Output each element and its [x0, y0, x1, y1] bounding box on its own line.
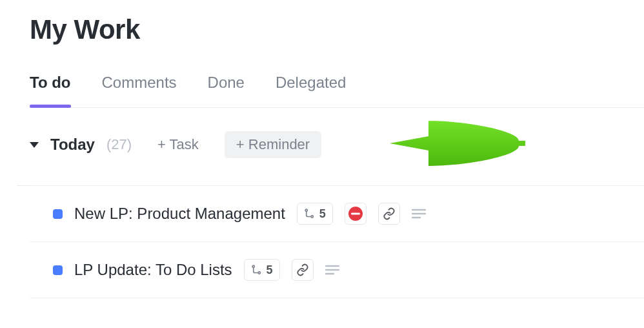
- subtask-icon: [251, 264, 263, 276]
- add-reminder-button[interactable]: + Reminder: [225, 131, 321, 158]
- tab-comments[interactable]: Comments: [102, 74, 177, 107]
- subtask-count-badge[interactable]: 5: [244, 259, 280, 281]
- task-status-icon[interactable]: [53, 209, 63, 219]
- section-count: (27): [106, 136, 132, 153]
- blocked-icon: [348, 207, 363, 221]
- svg-point-6: [258, 272, 260, 274]
- tab-done[interactable]: Done: [208, 74, 245, 107]
- add-task-button[interactable]: + Task: [146, 131, 210, 158]
- tabs-bar: To do Comments Done Delegated: [30, 74, 644, 108]
- callout-arrow-icon: [390, 114, 532, 175]
- subtask-count: 5: [267, 263, 273, 277]
- link-icon: [296, 263, 309, 276]
- description-icon: [325, 265, 339, 275]
- subtask-icon: [304, 208, 316, 220]
- tab-delegated[interactable]: Delegated: [276, 74, 346, 107]
- subtask-count: 5: [319, 207, 326, 221]
- blocked-badge[interactable]: [345, 203, 367, 225]
- page-title: My Work: [30, 14, 644, 45]
- collapse-caret-icon[interactable]: [30, 142, 39, 148]
- svg-point-1: [311, 216, 313, 218]
- task-status-icon[interactable]: [53, 265, 63, 275]
- add-reminder-label: + Reminder: [236, 136, 310, 153]
- task-title: LP Update: To Do Lists: [74, 261, 232, 279]
- link-icon: [383, 207, 396, 220]
- add-task-label: + Task: [157, 136, 199, 153]
- section-title: Today: [50, 136, 95, 154]
- description-icon: [412, 209, 426, 219]
- svg-point-5: [252, 265, 254, 267]
- task-title: New LP: Product Management: [74, 205, 285, 223]
- svg-point-0: [305, 209, 307, 211]
- section-header: Today (27) + Task + Reminder: [30, 131, 644, 158]
- link-badge[interactable]: [378, 203, 400, 225]
- tab-todo[interactable]: To do: [30, 74, 71, 107]
- link-badge[interactable]: [292, 259, 314, 281]
- subtask-count-badge[interactable]: 5: [297, 203, 333, 225]
- task-list: New LP: Product Management 5: [30, 185, 644, 298]
- task-row[interactable]: LP Update: To Do Lists 5: [30, 241, 644, 298]
- task-row[interactable]: New LP: Product Management 5: [30, 185, 644, 242]
